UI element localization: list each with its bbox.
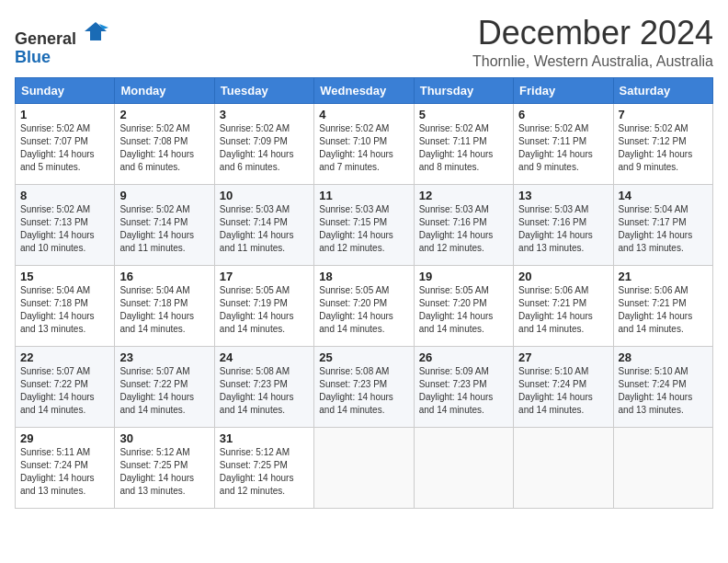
day-number: 26 (419, 350, 508, 364)
day-number: 5 (419, 108, 508, 121)
calendar-cell: 25 Sunrise: 5:08 AMSunset: 7:23 PMDaylig… (314, 346, 414, 427)
calendar-cell: 19 Sunrise: 5:05 AMSunset: 7:20 PMDaylig… (414, 265, 513, 346)
day-number: 13 (518, 189, 608, 202)
calendar-cell: 20 Sunrise: 5:06 AMSunset: 7:21 PMDaylig… (514, 265, 613, 346)
day-number: 6 (518, 108, 608, 121)
day-info: Sunrise: 5:12 AMSunset: 7:25 PMDaylight:… (220, 447, 294, 496)
day-info: Sunrise: 5:02 AMSunset: 7:08 PMDaylight:… (119, 123, 194, 172)
calendar-cell: 21 Sunrise: 5:06 AMSunset: 7:21 PMDaylig… (613, 265, 712, 346)
day-info: Sunrise: 5:12 AMSunset: 7:25 PMDaylight:… (119, 447, 194, 496)
day-info: Sunrise: 5:03 AMSunset: 7:16 PMDaylight:… (419, 204, 494, 253)
calendar-cell (414, 427, 513, 508)
calendar-cell (613, 427, 712, 508)
calendar-cell: 3 Sunrise: 5:02 AMSunset: 7:09 PMDayligh… (214, 103, 313, 184)
day-number: 16 (119, 270, 209, 283)
day-number: 9 (119, 189, 209, 202)
calendar-cell (514, 427, 613, 508)
day-number: 29 (20, 431, 109, 445)
logo-bird-icon (83, 18, 108, 44)
day-info: Sunrise: 5:02 AMSunset: 7:14 PMDaylight:… (119, 204, 194, 253)
location-title: Thornlie, Western Australia, Australia (472, 53, 713, 70)
calendar-cell: 26 Sunrise: 5:09 AMSunset: 7:23 PMDaylig… (414, 346, 513, 427)
day-number: 30 (119, 431, 209, 445)
col-header-monday: Monday (115, 77, 214, 103)
month-title: December 2024 (472, 15, 713, 52)
calendar-cell: 4 Sunrise: 5:02 AMSunset: 7:10 PMDayligh… (314, 103, 414, 184)
day-info: Sunrise: 5:04 AMSunset: 7:18 PMDaylight:… (119, 285, 194, 334)
day-number: 25 (319, 350, 408, 364)
calendar-cell: 28 Sunrise: 5:10 AMSunset: 7:24 PMDaylig… (613, 346, 712, 427)
calendar-cell: 24 Sunrise: 5:08 AMSunset: 7:23 PMDaylig… (214, 346, 313, 427)
day-info: Sunrise: 5:08 AMSunset: 7:23 PMDaylight:… (319, 366, 393, 415)
day-number: 1 (20, 108, 109, 121)
day-number: 3 (220, 108, 309, 121)
calendar-cell (314, 427, 414, 508)
calendar-cell: 10 Sunrise: 5:03 AMSunset: 7:14 PMDaylig… (214, 184, 313, 265)
day-number: 8 (20, 189, 109, 202)
day-number: 31 (220, 431, 309, 445)
day-number: 10 (220, 189, 309, 202)
day-number: 11 (319, 189, 408, 202)
calendar-cell: 30 Sunrise: 5:12 AMSunset: 7:25 PMDaylig… (115, 427, 214, 508)
calendar-week-row: 15 Sunrise: 5:04 AMSunset: 7:18 PMDaylig… (16, 265, 713, 346)
day-info: Sunrise: 5:11 AMSunset: 7:24 PMDaylight:… (20, 447, 95, 496)
day-number: 22 (20, 350, 109, 364)
logo-text: General Blue (15, 18, 108, 67)
header: General Blue December 2024 Thornlie, Wes… (15, 15, 713, 70)
day-info: Sunrise: 5:03 AMSunset: 7:14 PMDaylight:… (220, 204, 294, 253)
calendar-cell: 31 Sunrise: 5:12 AMSunset: 7:25 PMDaylig… (214, 427, 313, 508)
day-info: Sunrise: 5:05 AMSunset: 7:20 PMDaylight:… (419, 285, 494, 334)
calendar-header-row: SundayMondayTuesdayWednesdayThursdayFrid… (16, 77, 713, 103)
day-info: Sunrise: 5:06 AMSunset: 7:21 PMDaylight:… (619, 285, 693, 334)
day-info: Sunrise: 5:02 AMSunset: 7:11 PMDaylight:… (419, 123, 494, 172)
calendar-cell: 5 Sunrise: 5:02 AMSunset: 7:11 PMDayligh… (414, 103, 513, 184)
svg-marker-0 (85, 22, 107, 40)
calendar-cell: 13 Sunrise: 5:03 AMSunset: 7:16 PMDaylig… (514, 184, 613, 265)
calendar-cell: 11 Sunrise: 5:03 AMSunset: 7:15 PMDaylig… (314, 184, 414, 265)
calendar-cell: 27 Sunrise: 5:10 AMSunset: 7:24 PMDaylig… (514, 346, 613, 427)
calendar-cell: 14 Sunrise: 5:04 AMSunset: 7:17 PMDaylig… (613, 184, 712, 265)
day-info: Sunrise: 5:09 AMSunset: 7:23 PMDaylight:… (419, 366, 494, 415)
calendar-week-row: 22 Sunrise: 5:07 AMSunset: 7:22 PMDaylig… (16, 346, 713, 427)
day-number: 19 (419, 270, 508, 283)
calendar-cell: 22 Sunrise: 5:07 AMSunset: 7:22 PMDaylig… (16, 346, 115, 427)
col-header-thursday: Thursday (414, 77, 513, 103)
col-header-friday: Friday (514, 77, 613, 103)
logo-blue: Blue (15, 48, 51, 66)
calendar-week-row: 1 Sunrise: 5:02 AMSunset: 7:07 PMDayligh… (16, 103, 713, 184)
calendar-table: SundayMondayTuesdayWednesdayThursdayFrid… (15, 77, 713, 509)
col-header-wednesday: Wednesday (314, 77, 414, 103)
day-number: 21 (619, 270, 708, 283)
day-number: 4 (319, 108, 408, 121)
calendar-cell: 12 Sunrise: 5:03 AMSunset: 7:16 PMDaylig… (414, 184, 513, 265)
day-number: 23 (119, 350, 209, 364)
calendar-cell: 6 Sunrise: 5:02 AMSunset: 7:11 PMDayligh… (514, 103, 613, 184)
day-info: Sunrise: 5:03 AMSunset: 7:16 PMDaylight:… (518, 204, 593, 253)
day-info: Sunrise: 5:05 AMSunset: 7:20 PMDaylight:… (319, 285, 393, 334)
day-number: 15 (20, 270, 109, 283)
calendar-cell: 17 Sunrise: 5:05 AMSunset: 7:19 PMDaylig… (214, 265, 313, 346)
calendar-cell: 7 Sunrise: 5:02 AMSunset: 7:12 PMDayligh… (613, 103, 712, 184)
day-info: Sunrise: 5:04 AMSunset: 7:18 PMDaylight:… (20, 285, 95, 334)
day-number: 18 (319, 270, 408, 283)
col-header-sunday: Sunday (16, 77, 115, 103)
day-info: Sunrise: 5:02 AMSunset: 7:11 PMDaylight:… (518, 123, 593, 172)
day-number: 27 (518, 350, 608, 364)
day-info: Sunrise: 5:10 AMSunset: 7:24 PMDaylight:… (619, 366, 693, 415)
day-info: Sunrise: 5:08 AMSunset: 7:23 PMDaylight:… (220, 366, 294, 415)
calendar-cell: 1 Sunrise: 5:02 AMSunset: 7:07 PMDayligh… (16, 103, 115, 184)
calendar-cell: 2 Sunrise: 5:02 AMSunset: 7:08 PMDayligh… (115, 103, 214, 184)
day-number: 2 (119, 108, 209, 121)
day-info: Sunrise: 5:07 AMSunset: 7:22 PMDaylight:… (119, 366, 194, 415)
calendar-cell: 18 Sunrise: 5:05 AMSunset: 7:20 PMDaylig… (314, 265, 414, 346)
logo: General Blue (15, 18, 108, 67)
day-number: 24 (220, 350, 309, 364)
day-number: 14 (619, 189, 708, 202)
day-number: 12 (419, 189, 508, 202)
title-area: December 2024 Thornlie, Western Australi… (472, 15, 713, 70)
calendar-cell: 9 Sunrise: 5:02 AMSunset: 7:14 PMDayligh… (115, 184, 214, 265)
day-info: Sunrise: 5:02 AMSunset: 7:09 PMDaylight:… (220, 123, 294, 172)
day-info: Sunrise: 5:07 AMSunset: 7:22 PMDaylight:… (20, 366, 95, 415)
day-info: Sunrise: 5:04 AMSunset: 7:17 PMDaylight:… (619, 204, 693, 253)
calendar-cell: 15 Sunrise: 5:04 AMSunset: 7:18 PMDaylig… (16, 265, 115, 346)
